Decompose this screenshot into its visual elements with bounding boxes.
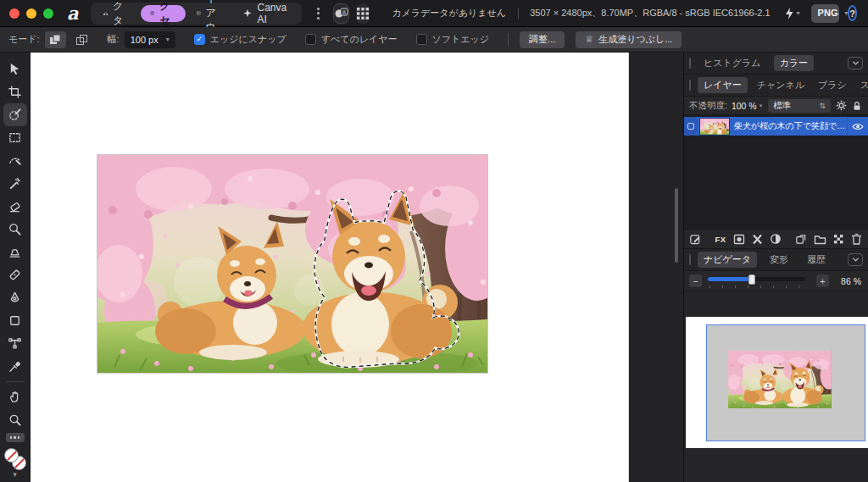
mask-layer-button[interactable] [733, 234, 745, 245]
tools-overflow-chevron-icon[interactable]: ▾ [13, 470, 17, 479]
adjustment-layer-button[interactable] [752, 234, 763, 245]
more-tools-button[interactable] [6, 433, 25, 442]
marquee-select-tool[interactable] [3, 126, 27, 149]
snap-to-edges-checkbox[interactable]: ✓ エッジにスナップ [194, 33, 287, 46]
studio-presets-button[interactable] [356, 3, 370, 24]
tab-stock[interactable]: ストック [854, 77, 868, 93]
selection-brush-icon [8, 108, 22, 122]
layer-row[interactable]: 柴犬が桜の木の下で笑顔で座っている、春… [684, 117, 868, 136]
zoom-out-button[interactable]: − [689, 274, 702, 287]
color-picker-tool[interactable] [3, 355, 27, 378]
crop-tool[interactable] [3, 80, 27, 103]
delete-layer-button[interactable] [851, 233, 862, 245]
tab-histogram[interactable]: ヒストグラム [698, 55, 767, 71]
brush-width-value: 100 px [131, 35, 159, 45]
mesh-warp-tool[interactable] [3, 332, 27, 355]
minimize-window-button[interactable] [26, 8, 36, 19]
pen-tool[interactable] [3, 286, 27, 309]
panel-menu-button[interactable] [848, 253, 863, 266]
zoom-window-button[interactable] [43, 8, 53, 19]
persona-canva-ai[interactable]: Canva AI [234, 3, 298, 25]
zoom-percentage[interactable]: 86 % [829, 276, 861, 286]
panel-menu-button[interactable] [848, 57, 863, 69]
persona-layout[interactable]: レイアウト [187, 3, 232, 25]
panel-drag-handle[interactable] [689, 254, 691, 265]
zoom-tool[interactable] [3, 408, 27, 431]
live-filter-button[interactable] [770, 233, 782, 245]
vertical-scrollbar[interactable] [675, 188, 678, 263]
blend-mode-dropdown[interactable]: 標準 ⇅ [768, 99, 831, 113]
tab-brushes[interactable]: ブラシ [812, 77, 853, 93]
panel-drag-handle[interactable] [689, 80, 691, 91]
all-layers-checkbox[interactable]: すべてのレイヤー [305, 33, 398, 46]
edit-layer-button[interactable] [689, 233, 701, 245]
tab-layers[interactable]: レイヤー [698, 77, 748, 93]
slider-handle[interactable] [748, 274, 755, 285]
layer-effects-button[interactable]: FX [715, 235, 726, 244]
selection-brush-tool[interactable] [3, 103, 27, 126]
gear-icon [836, 100, 847, 111]
auto-correct-icon: A [334, 7, 348, 19]
layer-lock-button[interactable] [852, 100, 862, 111]
flood-select-tool[interactable] [3, 172, 27, 195]
layer-thumbnail[interactable] [700, 119, 729, 135]
appearance-toggle-button[interactable]: A [333, 3, 349, 24]
tab-history[interactable]: 履歴 [801, 252, 832, 268]
help-button[interactable]: ? [848, 5, 857, 21]
fill-stroke-swatches[interactable] [4, 448, 26, 470]
refine-button[interactable]: 調整... [520, 31, 565, 48]
healing-brush-tool[interactable] [3, 263, 27, 286]
mode-add-button[interactable] [71, 31, 92, 48]
layer-settings-button[interactable] [836, 100, 847, 111]
navigator-viewport[interactable] [706, 324, 865, 441]
navigator-preview[interactable] [684, 291, 868, 482]
layer-name[interactable]: 柴犬が桜の木の下で笑顔で座っている、春… [734, 120, 847, 132]
new-pattern-layer-button[interactable] [833, 234, 844, 245]
group-layers-button[interactable] [814, 234, 826, 245]
clone-stamp-tool[interactable] [3, 241, 27, 263]
canvas-area[interactable] [31, 53, 683, 482]
tab-navigator[interactable]: ナビゲータ [698, 252, 757, 268]
zoom-slider[interactable] [708, 274, 805, 288]
tab-channels[interactable]: チャンネル [751, 77, 810, 93]
panel-drag-handle[interactable] [689, 58, 691, 69]
shape-tool[interactable] [3, 309, 27, 332]
tab-transform[interactable]: 変形 [764, 252, 794, 268]
mode-new-button[interactable] [45, 31, 66, 48]
fx-icon: FX [715, 235, 726, 244]
more-personas-icon[interactable] [314, 4, 323, 23]
layer-list[interactable]: 柴犬が桜の木の下で笑顔で座っている、春… [684, 115, 868, 229]
freehand-select-icon [8, 153, 22, 168]
navigator-zoom-row: − + 86 % [684, 271, 868, 291]
eraser-tool[interactable] [3, 195, 27, 218]
document-image[interactable] [97, 155, 487, 373]
close-window-button[interactable] [9, 8, 19, 19]
persona-pixel[interactable]: ピクセル [141, 5, 186, 22]
brush-width-dropdown[interactable]: 100 px ▾ [125, 31, 175, 48]
tab-color[interactable]: カラー [774, 55, 815, 71]
fill-color-swatch[interactable] [4, 448, 19, 463]
layer-visibility-toggle[interactable] [848, 122, 868, 131]
export-png-button[interactable]: PNGをエクスポート [811, 4, 840, 23]
assistant-button[interactable]: ▾ [784, 7, 800, 20]
stepper-arrows-icon: ⇅ [819, 102, 826, 110]
layer-edit-indicator[interactable] [684, 117, 698, 136]
mode-add-icon [75, 34, 88, 46]
navigator-panel-header: ナビゲータ 変形 履歴 [684, 249, 868, 271]
trash-icon [851, 233, 862, 245]
soft-edges-checkbox[interactable]: ソフトエッジ [416, 33, 490, 46]
hand-tool[interactable] [3, 385, 27, 408]
move-tool[interactable] [3, 58, 27, 80]
duplicate-layer-button[interactable] [795, 233, 807, 245]
freehand-select-tool[interactable] [3, 149, 27, 172]
opacity-value[interactable]: 100 % [732, 101, 757, 111]
blend-mode-value: 標準 [773, 100, 791, 112]
window-controls[interactable] [9, 8, 53, 19]
chevron-down-icon [852, 60, 860, 66]
generative-fill-button[interactable]: ♕ 生成塗りつぶし... [576, 31, 682, 48]
dodge-burn-tool[interactable] [3, 218, 27, 241]
svg-text:A: A [342, 9, 347, 15]
eye-icon [852, 122, 864, 131]
zoom-in-button[interactable]: + [816, 274, 829, 287]
persona-vector[interactable]: ベクター [94, 3, 139, 25]
